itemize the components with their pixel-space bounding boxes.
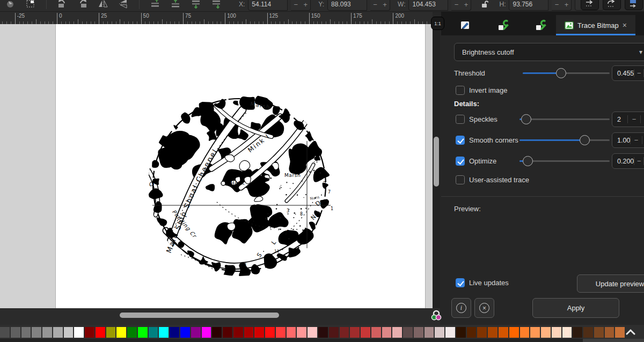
optimize-value[interactable]: 0.200 <box>612 158 634 165</box>
flip-horizontal-icon[interactable] <box>96 0 110 11</box>
x-increment[interactable]: + <box>301 1 310 9</box>
palette-swatch[interactable] <box>340 327 349 338</box>
height-input[interactable] <box>509 0 548 11</box>
palette-swatch[interactable] <box>552 327 561 338</box>
optimize-checkbox[interactable] <box>456 157 465 166</box>
palette-swatch[interactable] <box>212 327 222 338</box>
lower-to-bottom-icon[interactable] <box>209 0 223 11</box>
apply-button[interactable]: Apply <box>532 298 619 318</box>
palette-swatch[interactable] <box>254 327 264 338</box>
palette-swatch[interactable] <box>562 327 572 338</box>
palette-swatch[interactable] <box>467 327 477 338</box>
speckles-slider[interactable] <box>519 114 610 124</box>
rubber-band-selection-icon[interactable] <box>24 0 38 11</box>
invert-image-checkbox[interactable] <box>456 86 465 95</box>
palette-swatch[interactable] <box>244 327 254 338</box>
palette-swatch[interactable] <box>477 327 487 338</box>
palette-swatch[interactable] <box>287 327 296 338</box>
palette-swatch[interactable] <box>350 327 360 338</box>
palette-swatch[interactable] <box>127 327 137 338</box>
palette-swatch[interactable] <box>42 327 52 338</box>
palette-swatch[interactable] <box>308 327 317 338</box>
palette-swatch[interactable] <box>445 327 455 338</box>
tab-extension-2[interactable] <box>526 15 555 35</box>
vertical-scrollbar[interactable] <box>433 24 440 308</box>
scale-corners-toggle[interactable] <box>603 0 621 10</box>
optimize-decrement[interactable]: − <box>634 157 643 165</box>
move-gradient-toggle[interactable] <box>625 0 643 10</box>
y-increment[interactable]: + <box>380 1 390 9</box>
palette-swatch[interactable] <box>149 327 158 338</box>
speckles-decrement[interactable]: − <box>627 115 640 123</box>
w-increment[interactable]: + <box>461 1 471 9</box>
x-decrement[interactable]: − <box>291 1 301 9</box>
tab-calligraphy-tool[interactable] <box>451 15 480 35</box>
palette-swatch[interactable] <box>191 327 201 338</box>
palette-swatch[interactable] <box>605 327 614 338</box>
user-assisted-checkbox[interactable] <box>456 175 465 184</box>
tab-close-icon[interactable]: × <box>623 21 627 29</box>
palette-swatch[interactable] <box>361 327 370 338</box>
raise-to-top-icon[interactable] <box>148 0 162 11</box>
y-decrement[interactable]: − <box>370 1 380 9</box>
info-button[interactable]: i <box>451 298 471 318</box>
palette-swatch[interactable] <box>170 327 179 338</box>
live-updates-checkbox[interactable] <box>456 278 465 287</box>
lock-ratio-icon[interactable] <box>478 0 492 11</box>
threshold-decrement[interactable]: − <box>634 69 643 77</box>
horizontal-scrollbar-thumb[interactable] <box>120 313 279 318</box>
smooth-corners-decrement[interactable]: − <box>630 136 641 144</box>
palette-swatch[interactable] <box>159 327 169 338</box>
palette-swatch[interactable] <box>403 327 413 338</box>
close-dialog-button[interactable]: × <box>474 298 494 318</box>
rotate-cw-icon[interactable] <box>76 0 90 11</box>
h-increment[interactable]: + <box>561 1 571 9</box>
threshold-value[interactable]: 0.455 <box>612 70 634 77</box>
lower-icon[interactable] <box>189 0 203 11</box>
speckles-value[interactable]: 2 <box>612 116 627 123</box>
palette-scroll-up-icon[interactable] <box>624 326 638 338</box>
traced-map-drawing[interactable]: Main Ship Shoal Channel Mink I Bay Marsh… <box>56 24 426 308</box>
palette-swatch[interactable] <box>223 327 232 338</box>
palette-swatch[interactable] <box>329 327 339 338</box>
palette-swatch[interactable] <box>85 327 94 338</box>
palette-swatch[interactable] <box>202 327 211 338</box>
optimize-slider[interactable] <box>519 156 610 166</box>
canvas-area[interactable]: Main Ship Shoal Channel Mink I Bay Marsh… <box>0 24 433 308</box>
speckles-checkbox[interactable] <box>456 115 465 124</box>
palette-swatch[interactable] <box>265 327 275 338</box>
rotate-ccw-icon[interactable] <box>55 0 69 11</box>
palette-swatch[interactable] <box>96 327 105 338</box>
tab-trace-bitmap[interactable]: Trace Bitmap × <box>556 15 635 35</box>
palette-swatch[interactable] <box>520 327 530 338</box>
palette-swatch[interactable] <box>138 327 148 338</box>
palette-swatch[interactable] <box>530 327 540 338</box>
palette-swatch[interactable] <box>297 327 306 338</box>
tab-extension-1[interactable] <box>488 15 517 35</box>
select-cursor-icon[interactable] <box>3 0 17 11</box>
palette-swatch[interactable] <box>583 327 593 338</box>
smooth-corners-increment[interactable]: + <box>642 136 644 144</box>
palette-swatch[interactable] <box>435 327 444 338</box>
palette-swatch[interactable] <box>318 327 328 338</box>
zoom-ratio-badge[interactable]: 1:1 <box>431 17 444 30</box>
detection-mode-dropdown[interactable]: Brightness cutoff ▾ <box>454 43 644 61</box>
palette-swatch[interactable] <box>11 327 20 338</box>
palette-swatch[interactable] <box>573 327 582 338</box>
palette-swatch[interactable] <box>0 327 10 338</box>
w-decrement[interactable]: − <box>451 1 461 9</box>
palette-swatch[interactable] <box>53 327 63 338</box>
smooth-corners-value[interactable]: 1.00 <box>612 137 630 144</box>
x-input[interactable] <box>248 0 288 11</box>
horizontal-ruler[interactable]: -250255075100125150175200 <box>0 12 433 24</box>
palette-swatch[interactable] <box>382 327 392 338</box>
horizontal-scrollbar[interactable] <box>0 308 440 325</box>
flip-vertical-icon[interactable] <box>116 0 130 11</box>
raise-icon[interactable] <box>169 0 182 11</box>
update-preview-button[interactable]: Update preview <box>577 274 644 293</box>
smooth-corners-slider[interactable] <box>519 135 610 145</box>
palette-swatch[interactable] <box>425 327 434 338</box>
palette-swatch[interactable] <box>371 327 381 338</box>
palette-swatch[interactable] <box>276 327 286 338</box>
h-decrement[interactable]: − <box>552 1 561 9</box>
